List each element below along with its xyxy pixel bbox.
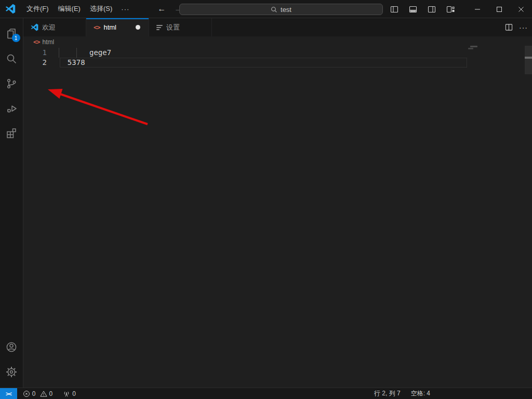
toggle-primary-sidebar-icon[interactable] (388, 3, 401, 16)
source-control-icon[interactable] (0, 71, 23, 96)
code-line-2[interactable]: 2 5378 (23, 58, 532, 68)
menu-overflow-button[interactable]: ··· (117, 3, 134, 15)
vscode-window: 文件(F) 编辑(E) 选择(S) ··· ← → test (0, 0, 532, 399)
overview-ruler-cursor-mark (525, 57, 532, 59)
editor-group: 欢迎 <> html 设置 (23, 18, 532, 388)
menu-bar: 文件(F) 编辑(E) 选择(S) ··· (22, 2, 134, 16)
tab-settings[interactable]: 设置 (149, 18, 212, 36)
remote-indicator[interactable]: >< (0, 388, 17, 399)
search-icon (271, 6, 277, 13)
code-editor[interactable]: 1 gege7 2 5378 (23, 48, 532, 388)
tab-html[interactable]: <> html (86, 18, 149, 36)
explorer-badge: 1 (12, 34, 20, 42)
customize-layout-icon[interactable] (444, 3, 457, 16)
radio-tower-icon (63, 390, 70, 397)
line-text: gege7 (59, 48, 111, 58)
go-back-icon[interactable]: ← (157, 4, 166, 14)
vscode-logo-icon (5, 4, 16, 14)
toggle-panel-icon[interactable] (406, 3, 420, 16)
status-bar: >< 0 0 0 (0, 388, 532, 399)
html-file-icon: <> (33, 38, 39, 46)
search-sidebar-icon[interactable] (0, 46, 23, 71)
html-file-icon: <> (94, 24, 100, 31)
minimap-line-mark (470, 46, 477, 47)
error-count: 0 (32, 390, 36, 397)
line-number: 2 (23, 58, 47, 68)
line-number: 1 (23, 48, 47, 58)
search-value: test (281, 6, 291, 14)
toggle-secondary-sidebar-icon[interactable] (425, 3, 438, 16)
account-icon[interactable] (0, 335, 23, 360)
command-center-search[interactable]: test (179, 4, 383, 15)
cursor-position-status[interactable]: 行 2, 列 7 (371, 388, 404, 399)
titlebar-right-actions (388, 0, 532, 18)
ports-status[interactable]: 0 (60, 388, 79, 399)
breadcrumb-segment[interactable]: html (42, 38, 54, 46)
editor-actions-more-icon[interactable]: ··· (519, 23, 528, 32)
modified-dot-icon[interactable] (136, 25, 140, 30)
maximize-button[interactable] (488, 0, 510, 18)
editor-scrollbar[interactable] (525, 46, 532, 74)
minimize-button[interactable] (467, 0, 488, 18)
run-debug-icon[interactable] (0, 96, 23, 121)
minimap-line-mark (468, 48, 473, 49)
title-bar: 文件(F) 编辑(E) 选择(S) ··· ← → test (0, 0, 532, 18)
ports-count: 0 (72, 390, 76, 397)
indent-guide (76, 48, 77, 58)
split-editor-icon[interactable] (502, 21, 515, 34)
line-text: 5378 (59, 58, 85, 68)
indentation-status[interactable]: 空格: 4 (408, 388, 433, 399)
menu-file[interactable]: 文件(F) (22, 2, 54, 16)
explorer-icon[interactable]: 1 (0, 21, 23, 46)
tab-welcome[interactable]: 欢迎 (23, 18, 86, 36)
menu-edit[interactable]: 编辑(E) (54, 2, 85, 16)
activity-bar: 1 (0, 18, 23, 388)
settings-gear-icon[interactable] (0, 360, 23, 384)
vscode-logo-icon (31, 23, 38, 31)
close-button[interactable] (510, 0, 532, 18)
indent-guide (59, 48, 59, 58)
error-icon (23, 390, 30, 397)
warning-count: 0 (49, 390, 53, 397)
tab-label: html (103, 23, 132, 31)
menu-selection[interactable]: 选择(S) (85, 2, 117, 16)
tab-label: 欢迎 (42, 23, 81, 32)
breadcrumb: <> html (23, 36, 532, 48)
code-line-1[interactable]: 1 gege7 (23, 48, 532, 58)
tab-bar: 欢迎 <> html 设置 (23, 18, 532, 36)
problems-status[interactable]: 0 0 (20, 388, 56, 399)
tab-label: 设置 (166, 23, 206, 32)
extensions-icon[interactable] (0, 121, 23, 146)
settings-editor-icon (156, 25, 163, 30)
warning-icon (40, 390, 47, 397)
